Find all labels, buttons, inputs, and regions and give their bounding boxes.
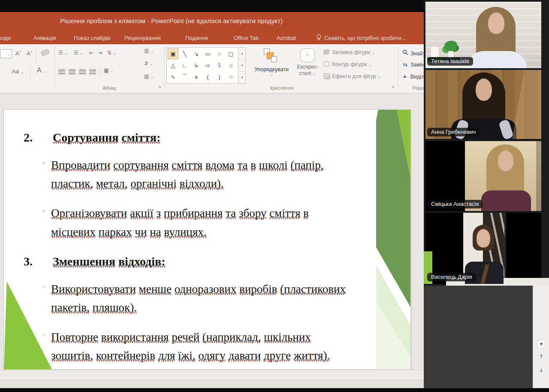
tab-transitions[interactable]: Переходи [0, 32, 20, 44]
text-direction-button[interactable]: ⇵ ⌄ [144, 60, 153, 66]
shape-effects-icon [323, 73, 329, 78]
shape-cell[interactable]: △ [168, 60, 178, 71]
shape-cell[interactable]: ⌒ [179, 72, 190, 82]
line-spacing-button[interactable]: ⇅ ⌄ [107, 50, 116, 56]
shrink-font-button[interactable]: Аˇ [27, 50, 32, 57]
participant-face [488, 12, 504, 34]
shape-cell[interactable]: ( [202, 72, 213, 82]
ppt-scrollbar-strip: ▼ ⤒ ⤓ [533, 286, 549, 388]
bullet-marker: ° [42, 207, 45, 217]
quick-styles-icon: ✧ [300, 48, 315, 62]
participant-name-label: Тетяна Івашків [427, 57, 473, 66]
shapes-gallery: ▣╲↘▭○▢△∟↳⇨⇩⌂∿⌒∧()☆ [166, 47, 238, 84]
clear-formatting-icon[interactable] [41, 49, 50, 56]
align-text-button[interactable]: ▤ ⌄ [144, 73, 154, 79]
shape-cell[interactable]: ☆ [226, 72, 236, 82]
replace-icon: ⇆ [401, 61, 409, 68]
screen: Рішення проблем з кліматом - PowerPoint … [0, 0, 549, 392]
numbering-button[interactable]: ☰ ⌄ [74, 50, 83, 56]
font-size-input[interactable]: ⌄ [0, 49, 12, 58]
scroll-down-button[interactable]: ▼ [537, 340, 546, 348]
bottom-black-bar [0, 388, 549, 392]
arrange-icon [263, 48, 280, 66]
shape-cell[interactable]: ○ [214, 48, 225, 59]
font-color-button[interactable]: А ⌄ [37, 66, 47, 74]
slide-decoration-right [376, 110, 410, 369]
align-right-button[interactable] [79, 69, 86, 74]
shape-cell[interactable]: ⌂ [226, 60, 236, 71]
next-slide-button[interactable]: ⤓ [537, 365, 546, 374]
shapes-scroll-down-button[interactable]: ▾ [239, 60, 245, 72]
bullet-marker: ° [42, 283, 45, 293]
lightbulb-icon [316, 34, 322, 41]
shape-cell[interactable]: ) [214, 72, 225, 82]
slide-bullet-item: °Повторне використання речей (наприклад,… [22, 328, 351, 365]
shape-fill-icon [323, 49, 330, 54]
change-case-button[interactable]: Аа ⌄ [12, 68, 24, 75]
video-tile-participant-3[interactable]: Сміцька Анастасія [425, 141, 541, 211]
tell-me-box[interactable]: Скажіть, що потрібно зробити... [316, 32, 406, 44]
bullet-marker: ° [42, 331, 45, 341]
participant-name-label: Анна Гребеневич [427, 128, 480, 136]
slide-bullet-item: °Використовувати менше одноразових вироб… [22, 280, 351, 317]
quick-styles-button[interactable]: ✧ Експрес- стилі ⌄ [293, 47, 322, 88]
video-tile-participant-4[interactable]: Василець Дарія [425, 213, 541, 284]
align-left-button[interactable] [58, 69, 65, 74]
shapes-gallery-scroll: ▴ ▾ ▾ [239, 47, 246, 84]
align-center-button[interactable] [69, 69, 75, 74]
paragraph-dialog-launcher[interactable]: ⇲ [158, 84, 161, 89]
shape-cell[interactable]: ∟ [179, 60, 190, 71]
shape-cell[interactable]: ╲ [179, 48, 190, 59]
arrange-button[interactable]: Упорядкувати ⌄ [251, 47, 292, 88]
shapes-grid: ▣╲↘▭○▢△∟↳⇨⇩⌂∿⌒∧()☆ [167, 48, 238, 83]
shape-cell[interactable]: ▣ [168, 48, 178, 59]
previous-slide-button[interactable]: ⤒ [537, 353, 546, 361]
shape-cell[interactable]: ▭ [202, 48, 213, 59]
participant-name-label: Василець Дарія [427, 273, 476, 281]
participant-name-label: Сміцька Анастасія [427, 200, 483, 208]
slide-heading: 2.Сортування сміття: [22, 129, 351, 147]
shape-cell[interactable]: ↳ [191, 60, 202, 71]
slide-canvas[interactable]: 2.Сортування сміття:°Впровадити сортуван… [3, 109, 411, 370]
video-conference-panel: Тетяна Івашків Анна Гребеневич Сміцька А… [424, 0, 549, 388]
shape-outline-icon [323, 61, 329, 66]
video-tile-participant-1[interactable]: Тетяна Івашків [425, 2, 541, 68]
participant-face [477, 229, 490, 247]
tab-view[interactable]: Подання [185, 32, 208, 44]
add-columns-button[interactable]: ▦ ⌄ [104, 67, 113, 73]
drawing-dialog-launcher[interactable]: ⇲ [391, 84, 395, 89]
shape-effects-button[interactable]: Ефекти для фігур ⌄ [323, 73, 381, 83]
bullet-marker: ° [42, 159, 45, 169]
shape-cell[interactable]: ⇨ [202, 60, 213, 71]
shape-outline-button[interactable]: Контур фігури ⌄ [323, 61, 371, 71]
shape-cell[interactable]: ▢ [226, 48, 236, 59]
shape-cell[interactable]: ∿ [168, 72, 178, 82]
shapes-scroll-up-button[interactable]: ▴ [239, 48, 245, 60]
tab-review[interactable]: Рецензування [124, 32, 161, 44]
slide-heading: 3.Зменшення відходів: [22, 253, 351, 271]
decrease-indent-button[interactable]: ⇤ [89, 50, 94, 56]
tab-animation[interactable]: Анімація [33, 32, 56, 44]
shape-fill-button[interactable]: Заливка фігури ⌄ [323, 49, 375, 59]
shape-cell[interactable]: ↘ [191, 48, 202, 59]
increase-indent-button[interactable]: ⇥ [98, 50, 102, 56]
justify-button[interactable] [89, 69, 96, 74]
window-title: Рішення проблем з кліматом - PowerPoint … [60, 18, 283, 24]
participant-face [498, 151, 513, 171]
bullets-button[interactable]: ☰ ⌄ [58, 50, 68, 56]
grow-font-button[interactable]: Аˆ [15, 50, 21, 57]
tab-acrobat[interactable]: Acrobat [277, 32, 296, 44]
paragraph-group-label: Абзац [84, 85, 135, 90]
shapes-more-button[interactable]: ▾ [239, 72, 245, 83]
tab-slideshow[interactable]: Показ слайдів [74, 32, 110, 44]
shape-cell[interactable]: ∧ [191, 72, 202, 82]
columns-button[interactable]: ▥ ⌄ [144, 48, 154, 54]
slide-text-block: 2.Сортування сміття:°Впровадити сортуван… [22, 129, 351, 370]
select-icon: ➤ [401, 72, 410, 81]
drawing-group-label: Креслення [256, 85, 308, 90]
slide-bullet-item: °Впровадити сортування сміття вдома та в… [22, 156, 351, 193]
video-tile-participant-2[interactable]: Анна Гребеневич [425, 70, 541, 139]
plant-decor [444, 41, 457, 52]
shape-cell[interactable]: ⇩ [214, 60, 225, 71]
tab-office-tab[interactable]: Office Tab [234, 32, 259, 44]
